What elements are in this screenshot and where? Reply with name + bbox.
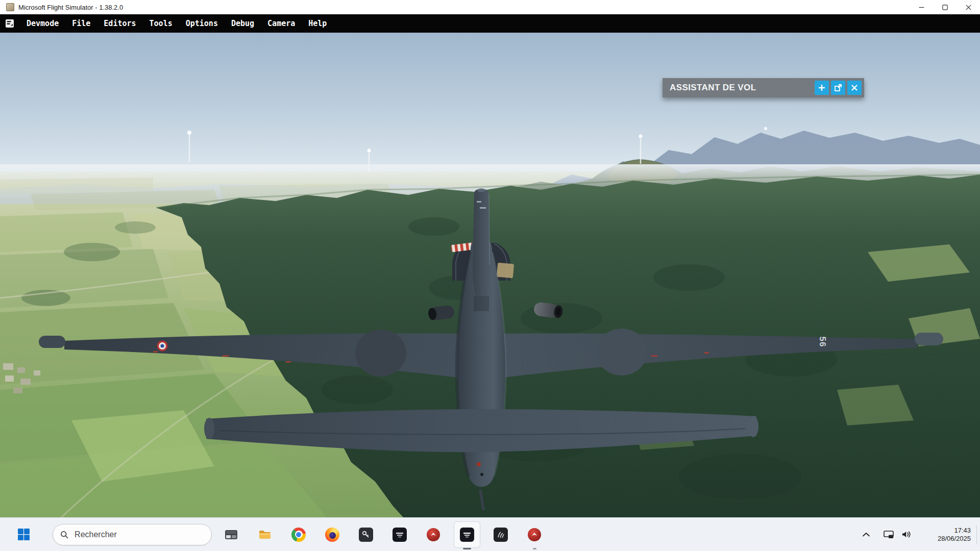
cast-icon <box>884 531 894 539</box>
menu-camera[interactable]: Camera <box>261 14 302 33</box>
taskbar-app-file-explorer[interactable] <box>252 521 278 548</box>
taskbar-app-firefox[interactable] <box>319 521 346 548</box>
flight-simulator-2020-icon <box>393 528 407 542</box>
tray-volume-button[interactable] <box>897 523 915 546</box>
devmode-icon <box>5 18 15 29</box>
panel-buttons <box>815 81 864 95</box>
tray-cast-button[interactable] <box>880 523 897 546</box>
claw-app-icon <box>494 528 508 542</box>
menu-options[interactable]: Options <box>179 14 225 33</box>
menu-devmode[interactable]: Devmode <box>20 14 65 33</box>
minimize-button[interactable] <box>910 0 933 14</box>
panel-close-button[interactable] <box>847 81 862 95</box>
show-desktop-button[interactable] <box>976 525 980 544</box>
taskbar-app-key[interactable] <box>353 521 379 548</box>
red-flight-app-icon <box>427 528 440 541</box>
start-button[interactable] <box>11 521 36 548</box>
msfs-window: Microsoft Flight Simulator - 1.38.2.0 De… <box>0 0 980 551</box>
panel-title: ASSISTANT DE VOL <box>663 83 756 93</box>
chrome-icon <box>291 528 306 542</box>
popout-icon <box>835 84 842 91</box>
window-title: Microsoft Flight Simulator - 1.38.2.0 <box>18 4 123 11</box>
panel-popout-button[interactable] <box>831 81 845 95</box>
window-controls <box>910 0 980 14</box>
taskbar: 17:43 28/06/2025 <box>0 517 980 551</box>
taskbar-apps <box>218 521 548 548</box>
key-app-icon <box>359 528 373 542</box>
chevron-up-icon <box>862 532 870 537</box>
system-tray: 17:43 28/06/2025 <box>857 518 976 551</box>
search-box[interactable] <box>53 524 212 545</box>
menu-file[interactable]: File <box>65 14 97 33</box>
red-flight-app-2-icon <box>528 528 541 541</box>
search-icon <box>60 530 68 539</box>
window-titlebar: Microsoft Flight Simulator - 1.38.2.0 <box>0 0 980 14</box>
menu-tools[interactable]: Tools <box>143 14 179 33</box>
taskbar-app-red-1[interactable] <box>420 521 447 548</box>
tray-clock[interactable]: 17:43 28/06/2025 <box>918 527 971 543</box>
windows-logo-icon <box>17 528 30 541</box>
app-icon <box>6 3 14 11</box>
scene-render: 56 <box>0 33 980 517</box>
clock-date: 28/06/2025 <box>938 535 971 543</box>
firefox-icon <box>325 528 339 542</box>
search-input[interactable] <box>74 530 204 540</box>
taskbar-app-window[interactable] <box>218 521 244 548</box>
menu-help[interactable]: Help <box>302 14 333 33</box>
clock-time: 17:43 <box>954 527 971 535</box>
flight-simulator-icon <box>460 528 474 542</box>
wing-number: 56 <box>818 337 827 347</box>
simulator-viewport[interactable]: 56 <box>0 33 980 517</box>
close-icon <box>851 84 858 91</box>
plus-icon <box>818 84 825 91</box>
taskbar-app-msfs2020[interactable] <box>386 521 413 548</box>
menu-debug[interactable]: Debug <box>225 14 261 33</box>
panel-add-button[interactable] <box>815 81 829 95</box>
taskbar-app-msfs-active[interactable] <box>454 521 480 548</box>
maximize-button[interactable] <box>933 0 957 14</box>
folder-icon <box>258 528 272 542</box>
active-app-indicator <box>463 548 471 549</box>
flight-assistant-panel[interactable]: ASSISTANT DE VOL <box>663 78 864 97</box>
taskbar-app-peripheral[interactable] <box>487 521 514 548</box>
tray-chevron-button[interactable] <box>857 523 875 546</box>
taskbar-app-chrome[interactable] <box>285 521 312 548</box>
running-app-indicator <box>533 548 536 549</box>
window-app-icon <box>224 528 238 542</box>
menu-bar: Devmode File Editors Tools Options Debug… <box>0 14 980 33</box>
taskbar-app-red-2[interactable] <box>521 521 548 548</box>
menu-editors[interactable]: Editors <box>97 14 142 33</box>
speaker-icon <box>901 530 911 539</box>
close-button[interactable] <box>957 0 980 14</box>
